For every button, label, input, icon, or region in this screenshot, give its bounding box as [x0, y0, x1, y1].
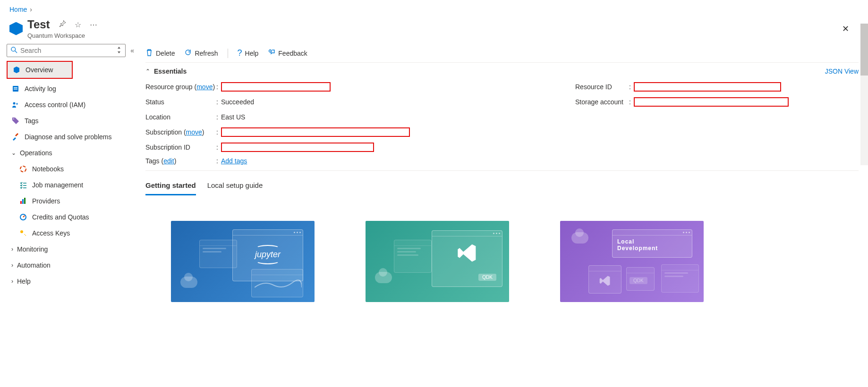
tabs: Getting started Local setup guide	[145, 178, 859, 195]
key-icon	[19, 229, 27, 237]
svg-rect-3	[14, 87, 17, 88]
svg-rect-12	[20, 201, 22, 204]
gauge-icon	[19, 213, 27, 221]
sidebar: « Overview Activity log Access control (…	[0, 44, 134, 302]
search-input[interactable]	[20, 47, 117, 54]
sidebar-item-tags[interactable]: Tags	[7, 113, 134, 129]
feedback-icon	[268, 49, 275, 58]
trash-icon	[145, 49, 153, 58]
sort-icon[interactable]	[117, 47, 121, 55]
toolbar: Delete Refresh ? Help Feedback	[145, 44, 859, 63]
breadcrumb: Home ›	[0, 0, 868, 15]
ess-tags: Tags (edit) : Add tags	[145, 157, 859, 171]
vscode-icon	[457, 243, 477, 263]
sidebar-item-activity-log[interactable]: Activity log	[7, 81, 134, 97]
move-link[interactable]: move	[196, 83, 213, 91]
svg-rect-13	[22, 199, 24, 204]
card-vscode[interactable]: QDK	[366, 221, 509, 302]
card-local-development[interactable]: Local Development QDK	[560, 221, 704, 302]
svg-point-7	[13, 118, 14, 119]
breadcrumb-home[interactable]: Home	[9, 6, 27, 13]
svg-rect-14	[24, 198, 26, 204]
redacted-value	[634, 82, 781, 92]
chevron-down-icon: ⌄	[11, 150, 16, 156]
chevron-right-icon: ›	[11, 246, 13, 252]
svg-point-0	[11, 47, 16, 51]
svg-line-1	[15, 50, 17, 52]
chevron-right-icon: ›	[30, 6, 32, 13]
sidebar-label: Tags	[25, 117, 39, 125]
redacted-value	[221, 143, 374, 152]
redacted-value	[634, 97, 789, 107]
scrollbar[interactable]	[860, 24, 868, 165]
sidebar-label: Activity log	[25, 85, 56, 93]
log-icon	[11, 85, 20, 93]
sidebar-label: Providers	[32, 197, 60, 205]
sidebar-item-access-control[interactable]: Access control (IAM)	[7, 97, 134, 113]
sidebar-label: Access control (IAM)	[25, 101, 85, 109]
sidebar-label: Job management	[32, 181, 83, 189]
delete-button[interactable]: Delete	[145, 49, 175, 58]
svg-point-6	[16, 103, 18, 105]
tools-icon	[11, 133, 20, 141]
sidebar-label: Credits and Quotas	[32, 213, 89, 221]
essentials-grid: Resource group (move) : Status : Succeed…	[145, 80, 859, 157]
svg-point-16	[20, 230, 23, 233]
feedback-button[interactable]: Feedback	[268, 49, 307, 58]
ess-resource-id: Resource ID :	[575, 82, 859, 92]
more-icon[interactable]: ⋯	[90, 20, 97, 29]
sidebar-item-notebooks[interactable]: Notebooks	[7, 161, 134, 177]
getting-started-cards: jupyter QDK	[145, 221, 859, 302]
section-label: Operations	[20, 149, 52, 157]
pin-icon[interactable]	[59, 20, 66, 29]
sidebar-label: Access Keys	[32, 229, 70, 237]
svg-rect-4	[14, 89, 17, 90]
add-tags-link[interactable]: Add tags	[221, 157, 247, 165]
edit-tags-link[interactable]: edit	[163, 157, 174, 165]
tab-getting-started[interactable]: Getting started	[145, 178, 196, 195]
move-link[interactable]: move	[186, 128, 202, 136]
redacted-value	[221, 82, 331, 92]
resource-type-label: Quantum Workspace	[27, 32, 97, 39]
sidebar-label: Notebooks	[32, 165, 64, 173]
checklist-icon	[19, 181, 27, 189]
content-area: Delete Refresh ? Help Feedback ⌃	[134, 44, 868, 302]
refresh-icon	[184, 49, 192, 58]
jupyter-icon	[19, 165, 27, 173]
sidebar-item-job-management[interactable]: Job management	[7, 177, 134, 193]
chevron-up-icon[interactable]: ⌃	[145, 68, 150, 75]
sidebar-section-monitoring[interactable]: › Monitoring	[7, 241, 134, 257]
people-icon	[11, 101, 20, 109]
sidebar-section-automation[interactable]: › Automation	[7, 257, 134, 273]
essentials-header: ⌃ Essentials JSON View	[145, 63, 859, 80]
sidebar-item-diagnose[interactable]: Diagnose and solve problems	[7, 129, 134, 145]
star-icon[interactable]: ☆	[75, 20, 81, 29]
quantum-workspace-icon	[9, 22, 23, 35]
help-button[interactable]: ? Help	[238, 48, 259, 58]
sidebar-label: Diagnose and solve problems	[25, 133, 111, 141]
json-view-link[interactable]: JSON View	[825, 67, 859, 75]
ess-subscription: Subscription (move) :	[145, 127, 556, 137]
tab-local-setup[interactable]: Local setup guide	[207, 178, 263, 195]
refresh-button[interactable]: Refresh	[184, 49, 218, 58]
collapse-sidebar-icon[interactable]: «	[130, 47, 134, 54]
svg-point-8	[20, 166, 26, 172]
redacted-value	[221, 127, 410, 137]
sidebar-section-help[interactable]: › Help	[7, 273, 134, 289]
card-jupyter[interactable]: jupyter	[171, 221, 315, 302]
sidebar-section-operations[interactable]: ⌄ Operations	[7, 145, 134, 161]
search-box[interactable]	[7, 44, 126, 57]
sidebar-item-credits-quotas[interactable]: Credits and Quotas	[7, 209, 134, 225]
sidebar-label: Overview	[26, 66, 53, 74]
page-title: Test	[27, 18, 50, 31]
close-icon[interactable]: ✕	[842, 24, 859, 34]
tag-icon	[11, 117, 20, 125]
sidebar-item-access-keys[interactable]: Access Keys	[7, 225, 134, 241]
section-label: Monitoring	[17, 245, 48, 253]
ess-resource-group: Resource group (move) :	[145, 82, 556, 92]
chevron-right-icon: ›	[11, 278, 13, 285]
sidebar-item-providers[interactable]: Providers	[7, 193, 134, 209]
ess-status: Status : Succeeded	[145, 97, 556, 107]
sidebar-item-overview[interactable]: Overview	[8, 62, 72, 78]
ess-storage-account: Storage account :	[575, 97, 859, 107]
